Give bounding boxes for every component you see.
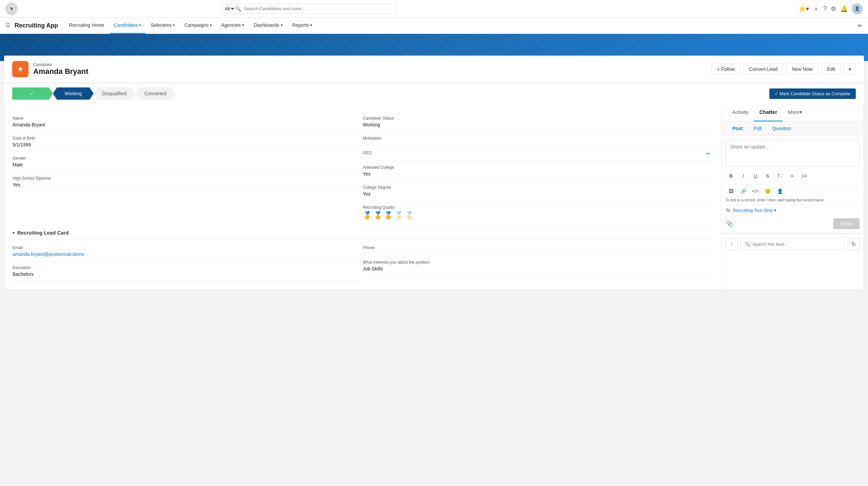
post-tab-post[interactable]: Post: [727, 122, 748, 135]
more-actions-button[interactable]: ▾: [844, 63, 856, 75]
field-gender: Gender Male ✏: [13, 152, 363, 172]
edit-button[interactable]: Edit: [821, 63, 841, 75]
nav-dashboards[interactable]: Dashboards ▾: [250, 18, 287, 34]
feed-search: 🔍: [741, 239, 845, 250]
emoji-button[interactable]: 🙂: [762, 186, 773, 197]
record-name: Amanda Bryant: [33, 67, 711, 76]
app-logo: 🦅: [5, 3, 18, 15]
mark-complete-button[interactable]: ✓ Mark Candidate Status as Complete: [769, 88, 856, 99]
reports-chevron-icon: ▾: [310, 23, 312, 27]
strikethrough-button[interactable]: S: [762, 170, 773, 181]
post-to-value[interactable]: Recruiting Tour Only ▾: [733, 208, 777, 213]
lead-card-right-fields: Phone ✏ What interests you about the pos…: [363, 241, 713, 281]
feed-search-input[interactable]: [752, 242, 840, 247]
field-edit-ged[interactable]: ✏: [706, 151, 710, 156]
app-launcher-icon[interactable]: ⠿: [5, 22, 11, 30]
candidates-chevron-icon: ▾: [139, 23, 141, 27]
favorites-button[interactable]: ⭐▾: [798, 5, 809, 13]
nav-selectees[interactable]: Selectees ▾: [146, 18, 179, 34]
user-avatar[interactable]: 👤: [852, 3, 863, 14]
field-position-interest: What interests you about the position Jo…: [363, 256, 713, 276]
image-button[interactable]: 🖼: [726, 186, 736, 197]
medal-4-grey: 🥇: [394, 211, 403, 220]
search-icon: 🔍: [235, 6, 241, 12]
follow-button[interactable]: + Follow: [711, 63, 741, 75]
status-step-completed[interactable]: ✓: [12, 87, 53, 100]
lead-card-field-grid: Email amanda.bryant@protonmail.demo ✏ Ed…: [13, 241, 713, 281]
notifications-button[interactable]: 🔔: [840, 5, 848, 13]
status-steps: ✓ Working Disqualified Converted: [12, 87, 769, 100]
help-button[interactable]: ?: [823, 5, 827, 12]
bullet-list-button[interactable]: ≡: [787, 170, 797, 181]
post-hint: To link to a record, enter / then start …: [726, 197, 860, 205]
feed-search-icon: 🔍: [745, 242, 750, 247]
status-step-working[interactable]: Working: [53, 87, 94, 100]
post-area: B I U S T↓ ≡ 1≡ 🖼 🔗 </> 🙂 👤 To link to a…: [722, 136, 864, 234]
settings-button[interactable]: ⚙: [831, 5, 836, 13]
nav-agencies[interactable]: Agencies ▾: [217, 18, 249, 34]
nav-campaigns[interactable]: Campaigns ▾: [180, 18, 216, 34]
underline-button[interactable]: U: [750, 170, 761, 181]
post-tab-poll[interactable]: Poll: [748, 122, 767, 135]
attach-button[interactable]: 📎: [726, 220, 733, 227]
post-textarea[interactable]: [726, 140, 860, 167]
email-link[interactable]: amanda.bryant@protonmail.demo: [13, 251, 357, 257]
status-bar: ✓ Working Disqualified Converted ✓ Mark …: [4, 83, 864, 104]
code-button[interactable]: </>: [750, 186, 761, 197]
post-to-row: To Recruiting Tour Only ▾: [726, 205, 860, 216]
star-icon: ★: [17, 65, 24, 74]
status-step-disqualified[interactable]: Disqualified: [94, 87, 135, 100]
tab-more[interactable]: More▾: [783, 104, 808, 121]
field-diploma: High School Diploma Yes ✏: [13, 172, 363, 192]
add-button[interactable]: ＋: [813, 5, 819, 13]
campaigns-chevron-icon: ▾: [210, 23, 212, 27]
status-step-converted[interactable]: Converted: [135, 87, 176, 100]
bold-button[interactable]: B: [726, 170, 736, 181]
field-education: Education Bachelors ✏: [13, 261, 363, 281]
search-input[interactable]: [241, 4, 394, 13]
subscript-button[interactable]: T↓: [774, 170, 785, 181]
link-button[interactable]: 🔗: [738, 186, 749, 197]
post-tab-question[interactable]: Question: [767, 122, 797, 135]
section-chevron-icon: ▾: [13, 230, 15, 235]
field-recruiting-quality: Recruiting Qualtiy 🥇 🥇 🥇 🥇 🥇 ✏: [363, 201, 713, 224]
nav-edit-icon[interactable]: ✏: [857, 22, 863, 29]
italic-button[interactable]: I: [738, 170, 749, 181]
search-bar: All 🔍: [220, 4, 397, 14]
tab-chatter[interactable]: Chatter: [754, 104, 783, 121]
field-dob: Date of Birth 5/1/1999 ✏: [13, 132, 363, 152]
share-button[interactable]: Share: [833, 218, 860, 229]
post-tabs: Post Poll Question: [722, 122, 864, 136]
dashboards-chevron-icon: ▾: [281, 23, 283, 27]
search-scope-select[interactable]: All: [223, 6, 235, 12]
post-actions: 📎 Share: [726, 216, 860, 229]
nav-reports[interactable]: Reports ▾: [288, 18, 316, 34]
field-grid: Name Amanda Bryant ✏ Date of Birth 5/1/1…: [13, 112, 713, 224]
convert-lead-button[interactable]: Convert Lead: [743, 63, 783, 75]
field-email: Email amanda.bryant@protonmail.demo ✏: [13, 241, 363, 261]
field-phone: Phone ✏: [363, 241, 713, 256]
medal-5-grey: 🥇: [405, 211, 414, 220]
field-ged: GED ✏: [363, 146, 713, 161]
nav-recruiting-home[interactable]: Recruiting Home: [65, 18, 108, 34]
recruiting-lead-card-header[interactable]: ▾ Recruiting Lead Card: [13, 224, 713, 238]
feed-refresh-button[interactable]: ↻: [847, 238, 860, 250]
medal-row: 🥇 🥇 🥇 🥇 🥇: [363, 211, 708, 220]
chatter-tabs: Activity Chatter More▾: [722, 104, 864, 122]
top-nav: 🦅 All 🔍 ⭐▾ ＋ ? ⚙ 🔔 👤: [0, 0, 868, 18]
new-note-button[interactable]: New Note: [786, 63, 818, 75]
mention-button[interactable]: 👤: [774, 186, 785, 197]
nav-candidates[interactable]: Candidates ▾: [110, 18, 145, 34]
feed-sort-button[interactable]: ↕: [726, 238, 738, 250]
to-chevron-icon: ▾: [774, 208, 776, 213]
field-motivation: Motivation ✏: [363, 132, 713, 146]
numbered-list-button[interactable]: 1≡: [799, 170, 810, 181]
record-type-icon: ★: [12, 61, 28, 77]
section-divider: [13, 240, 713, 240]
tab-activity[interactable]: Activity: [727, 104, 754, 121]
record-meta: Candidate Amanda Bryant: [33, 62, 711, 76]
app-nav: ⠿ Recruiting App Recruiting Home Candida…: [0, 18, 868, 34]
svg-text:🦅: 🦅: [9, 6, 14, 11]
chatter-panel: Activity Chatter More▾ Post Poll Questio…: [722, 104, 864, 290]
field-candidate-status: Candidate Status Working ✏: [363, 112, 713, 132]
